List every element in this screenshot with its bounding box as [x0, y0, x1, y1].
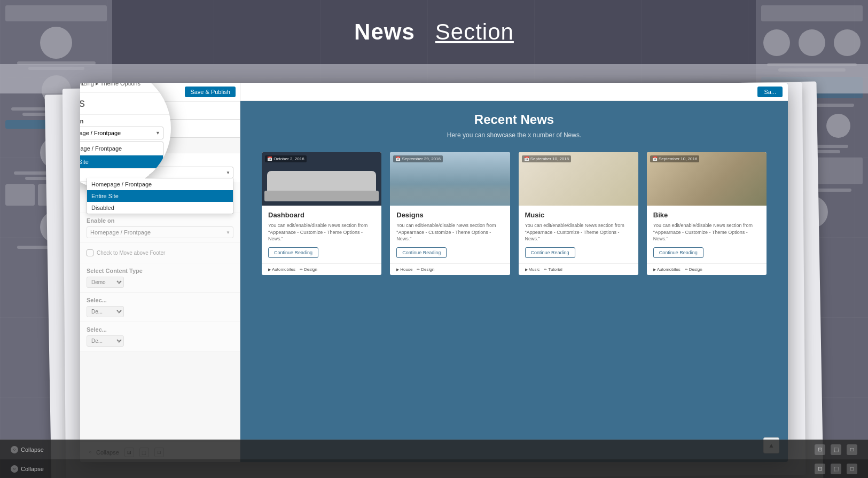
- dropdown-option-2[interactable]: Entire Site: [87, 190, 233, 202]
- card-body-3: Music You can edit/enable/disable News s…: [519, 206, 638, 263]
- mobile-icon-2[interactable]: □: [847, 464, 857, 474]
- tablet-icon-1[interactable]: ⬚: [831, 444, 841, 455]
- collapse-button-1[interactable]: ○ Collapse: [11, 446, 44, 453]
- enable-on-label-3: Enable on: [87, 217, 233, 224]
- enable-on-select-3[interactable]: Homepage / Frontpage: [87, 226, 233, 238]
- title-bold: News: [354, 19, 415, 44]
- card-text-2: You can edit/enable/disable News section…: [396, 222, 503, 242]
- news-card-1: 📅 October 2, 2016 Dashboard You can edit…: [262, 152, 381, 275]
- toolbar-row-1: ○ Collapse ⊡ ⬚ □: [0, 440, 868, 459]
- checkbox-control: Check to Move above Footer: [80, 243, 240, 263]
- news-section: Recent News Here you can showcase the x …: [240, 83, 788, 462]
- card-title-3: Music: [525, 211, 632, 219]
- main-content: × Save & Publish × ‹ Customizing ▸ Theme…: [80, 83, 788, 462]
- enable-on-control-3: Enable on Homepage / Frontpage: [80, 213, 240, 243]
- card-footer-1: Automobiles Design: [262, 263, 381, 275]
- collapse-circle-2: ○: [11, 465, 18, 473]
- circle-select-wrapper: Homepage / Frontpage Entire Site Disable…: [80, 127, 163, 139]
- card-title-2: Designs: [396, 211, 503, 219]
- select-label-2: Selec...: [87, 297, 233, 303]
- recent-news-heading: Recent News: [474, 112, 554, 127]
- select-control-3: Selec... De...: [80, 322, 240, 351]
- card-tag-3b: Tutorial: [544, 267, 562, 272]
- collapse-button-2[interactable]: ○ Collapse: [11, 465, 44, 473]
- card-date-2: 📅 September 29, 2016: [393, 155, 443, 162]
- circle-breadcrumb: Customizing ▸ Theme Options: [80, 83, 140, 87]
- enable-on-dropdown: Homepage / Frontpage Entire Site Disable…: [87, 178, 233, 214]
- circle-select[interactable]: Homepage / Frontpage Entire Site Disable…: [80, 127, 163, 139]
- select-3[interactable]: De...: [87, 335, 124, 347]
- desktop-icon-2[interactable]: ⊡: [815, 464, 825, 474]
- header: News Section: [0, 0, 868, 64]
- save-publish-button[interactable]: Save & Publish: [185, 87, 236, 97]
- card-footer-4: Automobiles Design: [647, 263, 767, 275]
- card-date-4: 📅 September 10, 2016: [650, 155, 700, 162]
- circle-option-2[interactable]: Entire Site: [80, 155, 163, 169]
- card-tag-4a: Automobiles: [653, 267, 681, 272]
- card-text-3: You can edit/enable/disable News section…: [525, 222, 632, 242]
- card-btn-1[interactable]: Continue Reading: [268, 247, 318, 258]
- collapse-circle-1: ○: [11, 446, 18, 453]
- news-cards: 📅 October 2, 2016 Dashboard You can edit…: [262, 152, 767, 275]
- dropdown-option-3[interactable]: Disabled: [87, 202, 233, 214]
- card-footer-3: Music Tutorial: [519, 263, 638, 275]
- title-underline: Section: [435, 19, 514, 44]
- card-date-1: 📅 October 2, 2016: [265, 155, 307, 162]
- desktop-icon-1[interactable]: ⊡: [815, 444, 825, 455]
- collapse-label-1: Collapse: [21, 446, 44, 453]
- card-text-4: You can edit/enable/disable News section…: [653, 222, 760, 242]
- front-panel: × Save & Publish × ‹ Customizing ▸ Theme…: [80, 83, 788, 462]
- content-type-select[interactable]: Demo: [87, 277, 124, 288]
- card-body-1: Dashboard You can edit/enable/disable Ne…: [262, 206, 381, 263]
- toolbar-row-2: ○ Collapse ⊡ ⬚ □: [0, 459, 868, 478]
- select-control-2: Selec... De...: [80, 293, 240, 322]
- card-btn-4[interactable]: Continue Reading: [653, 247, 703, 258]
- card-body-4: Bike You can edit/enable/disable News se…: [647, 206, 767, 263]
- card-image-2: 📅 September 29, 2016: [390, 152, 510, 206]
- circle-enable-label: Enable on: [80, 115, 171, 127]
- card-btn-2[interactable]: Continue Reading: [396, 247, 447, 258]
- page-title: News Section: [354, 19, 514, 45]
- card-title-4: Bike: [653, 211, 760, 219]
- select-2[interactable]: De...: [87, 306, 124, 317]
- card-date-3: 📅 September 10, 2016: [522, 155, 572, 162]
- card-image-3: 📅 September 10, 2016: [519, 152, 638, 206]
- card-tag-1a: Automobiles: [268, 267, 295, 272]
- toolbar-icons-2: ⊡ ⬚ □: [815, 464, 857, 474]
- card-tag-2b: Design: [417, 267, 434, 272]
- toolbar-icons-1: ⊡ ⬚ □: [815, 444, 857, 455]
- website-preview: Recent News Here you can showcase the x …: [240, 83, 788, 462]
- circle-option-1[interactable]: Homepage / Frontpage: [80, 142, 163, 155]
- card-footer-2: House Design: [390, 263, 510, 275]
- card-image-4: 📅 September 10, 2016: [647, 152, 767, 206]
- news-card-2: 📅 September 29, 2016 Designs You can edi…: [390, 152, 510, 275]
- card-image-1: 📅 October 2, 2016: [262, 152, 381, 206]
- card-title-1: Dashboard: [268, 211, 375, 219]
- preview-topbar: Sa...: [240, 83, 788, 101]
- customizer-sidebar: × Save & Publish × ‹ Customizing ▸ Theme…: [80, 83, 240, 462]
- tablet-icon-2[interactable]: ⬚: [831, 464, 841, 474]
- mobile-icon-1[interactable]: □: [847, 444, 857, 455]
- circle-title: News: [80, 93, 171, 115]
- card-tag-1b: Design: [300, 267, 317, 272]
- move-above-footer-checkbox[interactable]: [87, 249, 93, 256]
- checkbox-label: Check to Move above Footer: [97, 250, 165, 256]
- dropdown-option-1[interactable]: Homepage / Frontpage: [87, 178, 233, 190]
- preview-area: Sa... Recent News Here you can showcase …: [240, 83, 788, 462]
- card-body-2: Designs You can edit/enable/disable News…: [390, 206, 510, 263]
- card-tag-3a: Music: [525, 267, 540, 272]
- content-type-control: Select Content Type Demo: [80, 263, 240, 293]
- bottom-toolbars: ○ Collapse ⊡ ⬚ □ ○ Collapse ⊡ ⬚ □: [0, 440, 868, 478]
- select-label-3: Selec...: [87, 326, 233, 333]
- recent-news-subheading: Here you can showcase the x number of Ne…: [447, 131, 581, 139]
- card-btn-3[interactable]: Continue Reading: [525, 247, 575, 258]
- card-tag-4b: Design: [685, 267, 702, 272]
- collapse-label-2: Collapse: [21, 466, 44, 472]
- preview-save-button[interactable]: Sa...: [757, 87, 783, 97]
- card-text-1: You can edit/enable/disable News section…: [268, 222, 375, 242]
- card-tag-2a: House: [396, 267, 412, 272]
- news-card-3: 📅 September 10, 2016 Music You can edit/…: [519, 152, 638, 275]
- content-type-label: Select Content Type: [87, 268, 233, 274]
- circle-select-arrow: ▼: [155, 130, 160, 136]
- news-card-4: 📅 September 10, 2016 Bike You can edit/e…: [647, 152, 767, 275]
